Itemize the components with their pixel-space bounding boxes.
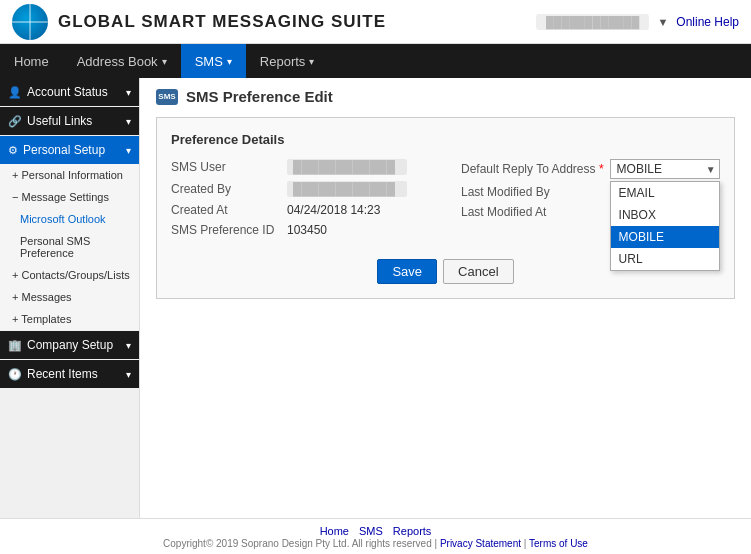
account-status-arrow: ▾ [126,87,131,98]
sidebar-section-account-status[interactable]: 👤 Account Status ▾ [0,78,139,106]
left-fields: SMS User ████████████ Created By ███████… [171,159,431,237]
page-header: SMS SMS Preference Edit [156,88,735,105]
created-at-label: Created At [171,203,281,217]
app-title: GLOBAL SMART MESSAGING SUITE [58,12,386,32]
sidebar-section-recent-items[interactable]: 🕐 Recent Items ▾ [0,360,139,388]
nav-sms-arrow: ▾ [227,56,232,67]
nav-sms[interactable]: SMS ▾ [181,44,246,78]
right-fields: Default Reply To Address * MOBILE ▼ EMAI [461,159,720,237]
sms-pref-id-value: 103450 [287,223,327,237]
save-button[interactable]: Save [377,259,437,284]
page-title: SMS Preference Edit [186,88,333,105]
sidebar-item-personal-info[interactable]: + Personal Information [0,164,139,186]
created-by-label: Created By [171,182,281,196]
nav-reports[interactable]: Reports ▾ [246,44,329,78]
nav-home[interactable]: Home [0,44,63,78]
dropdown-option-url[interactable]: URL [611,248,719,270]
footer-sms-link[interactable]: SMS [359,525,383,537]
dropdown-option-mobile[interactable]: MOBILE [611,226,719,248]
user-icon: 👤 [8,86,22,99]
sidebar-item-message-settings[interactable]: − Message Settings [0,186,139,208]
dropdown-wrapper: MOBILE ▼ EMAIL INBOX MOBILE URL [610,159,720,179]
dropdown-selected-value: MOBILE [617,162,662,176]
nav-address-book-arrow: ▾ [162,56,167,67]
sidebar: 👤 Account Status ▾ 🔗 Useful Links ▾ ⚙ Pe… [0,78,140,518]
created-by-value: ████████████ [287,181,407,197]
user-dropdown-arrow[interactable]: ▼ [657,16,668,28]
nav-bar: Home Address Book ▾ SMS ▾ Reports ▾ [0,44,751,78]
footer-copyright: Copyright© 2019 Soprano Design Pty Ltd. … [163,538,588,549]
sms-user-row: SMS User ████████████ [171,159,431,175]
user-display: ████████████ [536,14,650,30]
header-right: ████████████ ▼ Online Help [536,14,739,30]
footer-terms-link[interactable]: Terms of Use [529,538,588,549]
dropdown-open-list: EMAIL INBOX MOBILE URL [610,181,720,271]
footer-links: Home SMS Reports [320,525,432,537]
sidebar-item-personal-sms-preference[interactable]: Personal SMS Preference [0,230,139,264]
online-help-link[interactable]: Online Help [676,15,739,29]
sms-page-icon: SMS [156,89,178,105]
company-setup-arrow: ▾ [126,340,131,351]
sidebar-item-contacts[interactable]: + Contacts/Groups/Lists [0,264,139,286]
sidebar-personal-setup-items: + Personal Information − Message Setting… [0,164,139,330]
link-icon: 🔗 [8,115,22,128]
panel-title: Preference Details [171,132,720,147]
building-icon: 🏢 [8,339,22,352]
sidebar-item-messages[interactable]: + Messages [0,286,139,308]
panel-content: SMS User ████████████ Created By ███████… [171,159,720,237]
dropdown-selected-display[interactable]: MOBILE [610,159,720,179]
sms-user-label: SMS User [171,160,281,174]
default-reply-row: Default Reply To Address * MOBILE ▼ EMAI [461,159,720,179]
last-modified-by-label: Last Modified By [461,185,550,199]
created-at-value: 04/24/2018 14:23 [287,203,380,217]
sms-pref-id-label: SMS Preference ID [171,223,281,237]
sms-pref-id-row: SMS Preference ID 103450 [171,223,431,237]
sidebar-section-personal-setup[interactable]: ⚙ Personal Setup ▾ [0,136,139,164]
footer-privacy-link[interactable]: Privacy Statement [440,538,521,549]
sidebar-item-templates[interactable]: + Templates [0,308,139,330]
header: GLOBAL SMART MESSAGING SUITE ███████████… [0,0,751,44]
last-modified-at-label: Last Modified At [461,205,546,219]
useful-links-arrow: ▾ [126,116,131,127]
dropdown-option-email[interactable]: EMAIL [611,182,719,204]
required-asterisk: * [599,162,604,176]
cancel-button[interactable]: Cancel [443,259,513,284]
footer: Home SMS Reports Copyright© 2019 Soprano… [0,518,751,554]
att-logo [12,4,48,40]
created-at-row: Created At 04/24/2018 14:23 [171,203,431,217]
footer-home-link[interactable]: Home [320,525,349,537]
sidebar-item-microsoft-outlook[interactable]: Microsoft Outlook [0,208,139,230]
content-area: SMS SMS Preference Edit Preference Detai… [140,78,751,518]
clock-icon: 🕐 [8,368,22,381]
recent-items-arrow: ▾ [126,369,131,380]
sms-user-value: ████████████ [287,159,407,175]
header-left: GLOBAL SMART MESSAGING SUITE [12,4,386,40]
dropdown-option-inbox[interactable]: INBOX [611,204,719,226]
gear-icon: ⚙ [8,144,18,157]
preference-panel: Preference Details SMS User ████████████… [156,117,735,299]
main-layout: 👤 Account Status ▾ 🔗 Useful Links ▾ ⚙ Pe… [0,78,751,518]
sidebar-section-company-setup[interactable]: 🏢 Company Setup ▾ [0,331,139,359]
footer-reports-link[interactable]: Reports [393,525,432,537]
nav-reports-arrow: ▾ [309,56,314,67]
nav-address-book[interactable]: Address Book ▾ [63,44,181,78]
personal-setup-arrow: ▾ [126,145,131,156]
sidebar-section-useful-links[interactable]: 🔗 Useful Links ▾ [0,107,139,135]
created-by-row: Created By ████████████ [171,181,431,197]
default-reply-label: Default Reply To Address * [461,162,604,176]
